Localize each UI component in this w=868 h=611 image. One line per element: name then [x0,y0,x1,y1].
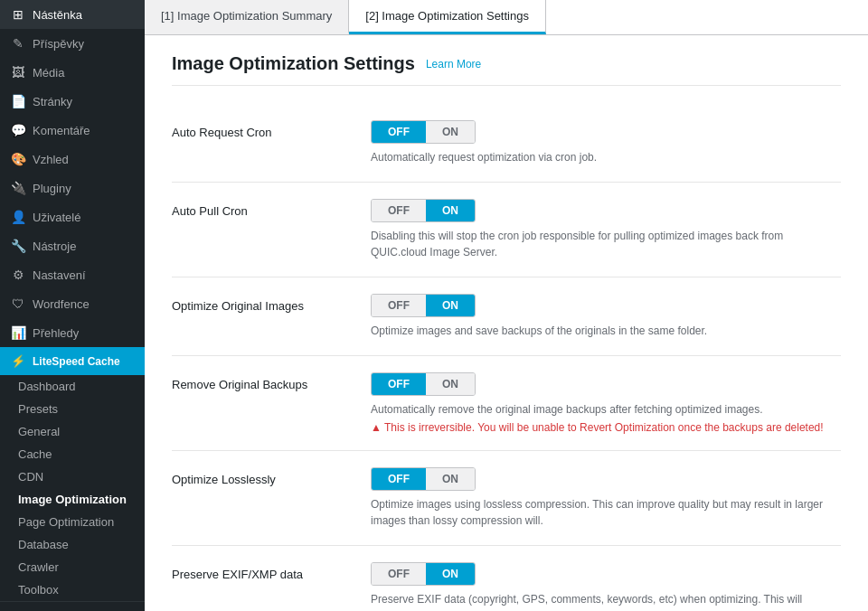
sidebar-item-stranky[interactable]: 📄 Stránky [0,87,145,116]
content-area: Image Optimization Settings Learn More A… [145,35,868,611]
setting-row-auto-pull-cron: Auto Pull Cron OFF ON Disabling this wil… [172,183,841,277]
litespeed-icon: ⚡ [11,354,25,368]
sidebar-item-nastroje[interactable]: 🔧 Nástroje [0,231,145,260]
users-icon: 👤 [11,210,25,224]
setting-label-auto-request-cron: Auto Request Cron [172,120,353,139]
desc-preserve-exif: Preserve EXIF data (copyright, GPS, comm… [371,591,841,611]
sidebar-subitem-dashboard[interactable]: Dashboard [0,375,145,398]
media-icon: 🖼 [11,65,25,80]
setting-row-remove-original-backups: Remove Original Backups OFF ON Automatic… [172,356,841,451]
page-title: Image Optimization Settings [172,53,415,74]
collapse-menu-button[interactable]: ◀ Zmenšit menu [0,601,145,611]
toggle-auto-pull-cron: OFF ON [371,199,476,222]
learn-more-link[interactable]: Learn More [426,58,481,70]
setting-label-optimize-losslessly: Optimize Losslessly [172,467,353,486]
sidebar-subitem-database[interactable]: Database [0,533,145,556]
sidebar-subitem-toolbox[interactable]: Toolbox [0,578,145,601]
dashboard-icon: ⊞ [11,7,25,22]
setting-control-auto-request-cron: OFF ON Automatically request optimizatio… [371,120,841,165]
main-content: [1] Image Optimization Summary [2] Image… [145,0,868,611]
toggle-on-optimize-losslessly[interactable]: ON [426,468,475,490]
sidebar-subitem-presets[interactable]: Presets [0,398,145,420]
sidebar-subitem-page-optimization[interactable]: Page Optimization [0,511,145,533]
settings-icon: ⚙ [11,268,25,282]
toggle-off-auto-request-cron[interactable]: OFF [372,121,426,143]
plugins-icon: 🔌 [11,181,25,195]
reports-icon: 📊 [11,325,25,340]
sidebar-item-nastenkaa[interactable]: ⊞ Nástěnka [0,0,145,29]
page-title-row: Image Optimization Settings Learn More [172,53,841,86]
toggle-on-optimize-original-images[interactable]: ON [426,295,475,316]
sidebar-subitem-crawler[interactable]: Crawler [0,556,145,578]
setting-label-optimize-original-images: Optimize Original Images [172,294,353,313]
toggle-remove-original-backups: OFF ON [371,372,476,396]
content-inner: Image Optimization Settings Learn More A… [145,35,868,611]
wordfence-icon: 🛡 [11,296,25,311]
desc-optimize-original-images: Optimize images and save backups of the … [371,323,841,339]
sidebar-item-prispevky[interactable]: ✎ Příspěvky [0,29,145,58]
toggle-off-optimize-losslessly[interactable]: OFF [372,468,426,490]
sidebar-subitem-image-optimization[interactable]: Image Optimization [0,488,145,511]
sidebar-item-komentare[interactable]: 💬 Komentáře [0,116,145,145]
toggle-on-remove-original-backups[interactable]: ON [426,373,475,395]
desc-remove-original-backups: Automatically remove the original image … [371,401,841,418]
tab-summary[interactable]: [1] Image Optimization Summary [145,0,349,34]
setting-row-optimize-losslessly: Optimize Losslessly OFF ON Optimize imag… [172,451,841,546]
desc-optimize-losslessly: Optimize images using lossless compressi… [371,496,841,529]
setting-control-preserve-exif: OFF ON Preserve EXIF data (copyright, GP… [371,562,841,611]
setting-control-optimize-original-images: OFF ON Optimize images and save backups … [371,294,841,339]
sidebar-item-uzivatele[interactable]: 👤 Uživatelé [0,202,145,231]
posts-icon: ✎ [11,36,25,51]
toggle-on-auto-pull-cron[interactable]: ON [426,200,475,221]
toggle-optimize-original-images: OFF ON [371,294,476,317]
setting-control-auto-pull-cron: OFF ON Disabling this will stop the cron… [371,199,841,260]
sidebar-item-prehledy[interactable]: 📊 Přehledy [0,318,145,347]
sidebar-item-vzhled[interactable]: 🎨 Vzhled [0,145,145,174]
sidebar: ⊞ Nástěnka ✎ Příspěvky 🖼 Média 📄 Stránky… [0,0,145,611]
warning-remove-original-backups: ▲ This is irreversible. You will be unab… [371,421,841,434]
setting-label-remove-original-backups: Remove Original Backups [172,372,353,391]
tabs-bar: [1] Image Optimization Summary [2] Image… [145,0,868,35]
sidebar-subitem-cache[interactable]: Cache [0,443,145,465]
sidebar-subitem-cdn[interactable]: CDN [0,465,145,488]
tools-icon: 🔧 [11,239,25,253]
tab-settings[interactable]: [2] Image Optimization Settings [349,0,546,34]
pages-icon: 📄 [11,94,25,108]
toggle-on-preserve-exif[interactable]: ON [426,563,475,585]
sidebar-item-media[interactable]: 🖼 Média [0,58,145,87]
desc-auto-request-cron: Automatically request optimization via c… [371,149,841,165]
appearance-icon: 🎨 [11,152,25,166]
setting-control-optimize-losslessly: OFF ON Optimize images using lossless co… [371,467,841,529]
setting-control-remove-original-backups: OFF ON Automatically remove the original… [371,372,841,434]
desc-auto-pull-cron: Disabling this will stop the cron job re… [371,228,841,260]
toggle-off-remove-original-backups[interactable]: OFF [372,373,426,395]
setting-row-preserve-exif: Preserve EXIF/XMP data OFF ON Preserve E… [172,546,841,611]
setting-label-preserve-exif: Preserve EXIF/XMP data [172,562,353,581]
sidebar-item-wordfence[interactable]: 🛡 Wordfence [0,289,145,318]
sidebar-item-nastaveni[interactable]: ⚙ Nastavení [0,260,145,289]
toggle-off-auto-pull-cron[interactable]: OFF [372,200,426,221]
toggle-preserve-exif: OFF ON [371,562,476,586]
toggle-auto-request-cron: OFF ON [371,120,476,144]
setting-row-optimize-original-images: Optimize Original Images OFF ON Optimize… [172,277,841,356]
sidebar-item-pluginy[interactable]: 🔌 Pluginy [0,174,145,202]
sidebar-item-litespeed[interactable]: ⚡ LiteSpeed Cache [0,347,145,375]
toggle-on-auto-request-cron[interactable]: ON [426,121,475,143]
sidebar-subitem-general[interactable]: General [0,420,145,443]
setting-row-auto-request-cron: Auto Request Cron OFF ON Automatically r… [172,104,841,183]
setting-label-auto-pull-cron: Auto Pull Cron [172,199,353,218]
toggle-off-preserve-exif[interactable]: OFF [372,563,426,585]
toggle-optimize-losslessly: OFF ON [371,467,476,491]
toggle-off-optimize-original-images[interactable]: OFF [372,295,426,316]
comments-icon: 💬 [11,123,25,137]
